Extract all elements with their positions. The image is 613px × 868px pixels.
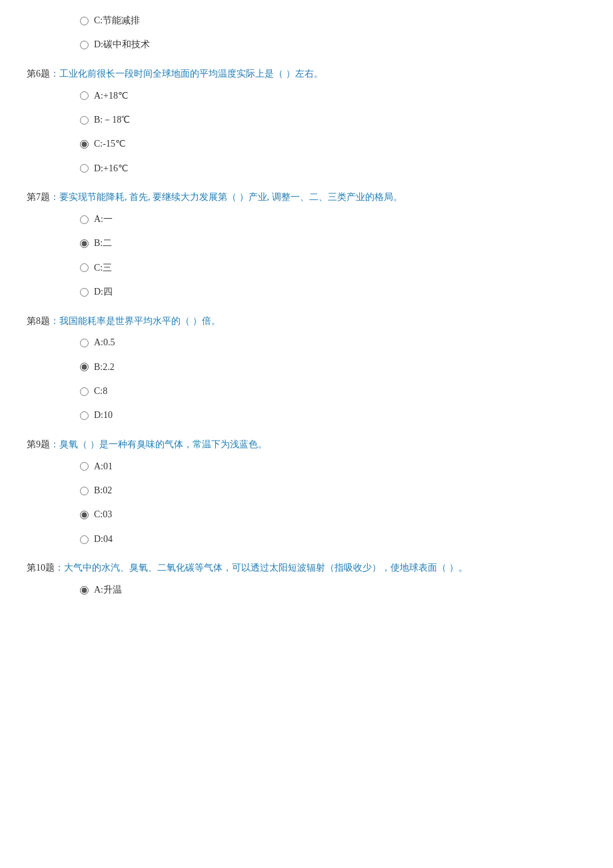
list-item: D:04 [80, 532, 586, 547]
question-8-options: A:0.5 B:2.2 C:8 D:10 [80, 335, 586, 423]
radio-q9-a[interactable] [80, 462, 89, 471]
radio-q7-a[interactable] [80, 215, 89, 224]
question-10-options: A:升温 [80, 583, 586, 597]
list-item: D:+16℃ [80, 161, 586, 176]
option-label-q7-a[interactable]: A:一 [94, 212, 113, 227]
list-item: C:三 [80, 261, 586, 275]
list-item: C:-15℃ [80, 137, 586, 151]
option-label-q8-b[interactable]: B:2.2 [94, 360, 115, 375]
list-item: B:－18℃ [80, 113, 586, 127]
question-10-block: 第10题：大气中的水汽、臭氧、二氧化碳等气体，可以透过太阳短波辐射（指吸收少），… [27, 560, 586, 597]
option-label-q7-d[interactable]: D:四 [94, 285, 113, 299]
radio-q8-c[interactable] [80, 387, 89, 396]
list-item: C:03 [80, 507, 586, 522]
option-label-q6-d[interactable]: D:+16℃ [94, 161, 129, 176]
option-label-q9-b[interactable]: B:02 [94, 483, 112, 498]
question-10-title: 第10题：大气中的水汽、臭氧、二氧化碳等气体，可以透过太阳短波辐射（指吸收少），… [27, 560, 586, 576]
list-item: A:+18℃ [80, 89, 586, 103]
question-8-block: 第8题：我国能耗率是世界平均水平的（ ）倍。 A:0.5 B:2.2 C:8 D… [27, 313, 586, 423]
list-item: B:2.2 [80, 360, 586, 375]
option-label-q8-c[interactable]: C:8 [94, 384, 107, 399]
list-item: A:01 [80, 459, 586, 474]
question-6-text: 工业化前很长一段时间全球地面的平均温度实际上是（ ）左右。 [59, 69, 323, 79]
question-9-options: A:01 B:02 C:03 D:04 [80, 459, 586, 547]
list-item: B:二 [80, 236, 586, 251]
partial-question-block: C:节能减排 D:碳中和技术 [27, 13, 586, 53]
question-8-title: 第8题：我国能耗率是世界平均水平的（ ）倍。 [27, 313, 586, 329]
question-6-block: 第6题：工业化前很长一段时间全球地面的平均温度实际上是（ ）左右。 A:+18℃… [27, 66, 586, 176]
option-label-d-partial[interactable]: D:碳中和技术 [94, 37, 150, 52]
question-6-num: 第6题 [27, 69, 50, 79]
radio-q6-b[interactable] [80, 116, 89, 125]
list-item: C:节能减排 [80, 13, 586, 28]
partial-options: C:节能减排 D:碳中和技术 [80, 13, 586, 53]
question-7-options: A:一 B:二 C:三 D:四 [80, 212, 586, 300]
question-9-block: 第9题：臭氧（ ）是一种有臭味的气体，常温下为浅蓝色。 A:01 B:02 C:… [27, 437, 586, 547]
option-label-q7-c[interactable]: C:三 [94, 261, 112, 275]
radio-q6-a[interactable] [80, 91, 89, 100]
radio-q7-d[interactable] [80, 288, 89, 297]
radio-q10-a[interactable] [80, 586, 89, 595]
radio-q7-b[interactable] [80, 239, 89, 248]
option-label-q10-a[interactable]: A:升温 [94, 583, 122, 597]
question-9-num: 第9题 [27, 439, 50, 449]
list-item: D:四 [80, 285, 586, 299]
option-label-q8-d[interactable]: D:10 [94, 408, 113, 423]
list-item: A:升温 [80, 583, 586, 597]
option-label-q8-a[interactable]: A:0.5 [94, 335, 115, 350]
option-label-c-partial[interactable]: C:节能减排 [94, 13, 140, 28]
option-label-q6-c[interactable]: C:-15℃ [94, 137, 126, 151]
radio-q9-b[interactable] [80, 487, 89, 495]
question-7-block: 第7题：要实现节能降耗, 首先, 要继续大力发展第（ ）产业, 调整一、二、三类… [27, 189, 586, 299]
option-label-q7-b[interactable]: B:二 [94, 236, 112, 251]
option-label-q9-a[interactable]: A:01 [94, 459, 113, 474]
radio-q7-c[interactable] [80, 263, 89, 272]
option-label-q9-d[interactable]: D:04 [94, 532, 113, 547]
radio-d-partial[interactable] [80, 41, 89, 49]
question-8-text: 我国能耗率是世界平均水平的（ ）倍。 [59, 316, 221, 326]
question-9-title: 第9题：臭氧（ ）是一种有臭味的气体，常温下为浅蓝色。 [27, 437, 586, 453]
question-7-text: 要实现节能降耗, 首先, 要继续大力发展第（ ）产业, 调整一、二、三类产业的格… [59, 192, 402, 202]
radio-q6-c[interactable] [80, 140, 89, 149]
question-10-num: 第10题 [27, 563, 55, 573]
question-9-text: 臭氧（ ）是一种有臭味的气体，常温下为浅蓝色。 [59, 439, 267, 449]
question-6-options: A:+18℃ B:－18℃ C:-15℃ D:+16℃ [80, 89, 586, 177]
option-label-q6-a[interactable]: A:+18℃ [94, 89, 129, 103]
list-item: A:一 [80, 212, 586, 227]
list-item: C:8 [80, 384, 586, 399]
question-10-text: 大气中的水汽、臭氧、二氧化碳等气体，可以透过太阳短波辐射（指吸收少），使地球表面… [64, 563, 468, 573]
radio-q9-d[interactable] [80, 535, 89, 544]
radio-q8-d[interactable] [80, 411, 89, 420]
list-item: B:02 [80, 483, 586, 498]
radio-c-partial[interactable] [80, 17, 89, 25]
question-7-title: 第7题：要实现节能降耗, 首先, 要继续大力发展第（ ）产业, 调整一、二、三类… [27, 189, 586, 205]
list-item: D:10 [80, 408, 586, 423]
option-label-q9-c[interactable]: C:03 [94, 507, 112, 522]
option-label-q6-b[interactable]: B:－18℃ [94, 113, 130, 127]
question-8-num: 第8题 [27, 316, 50, 326]
list-item: A:0.5 [80, 335, 586, 350]
radio-q8-b[interactable] [80, 363, 89, 371]
radio-q8-a[interactable] [80, 339, 89, 347]
radio-q6-d[interactable] [80, 164, 89, 173]
list-item: D:碳中和技术 [80, 37, 586, 52]
question-6-title: 第6题：工业化前很长一段时间全球地面的平均温度实际上是（ ）左右。 [27, 66, 586, 82]
question-7-num: 第7题 [27, 192, 50, 202]
radio-q9-c[interactable] [80, 511, 89, 519]
